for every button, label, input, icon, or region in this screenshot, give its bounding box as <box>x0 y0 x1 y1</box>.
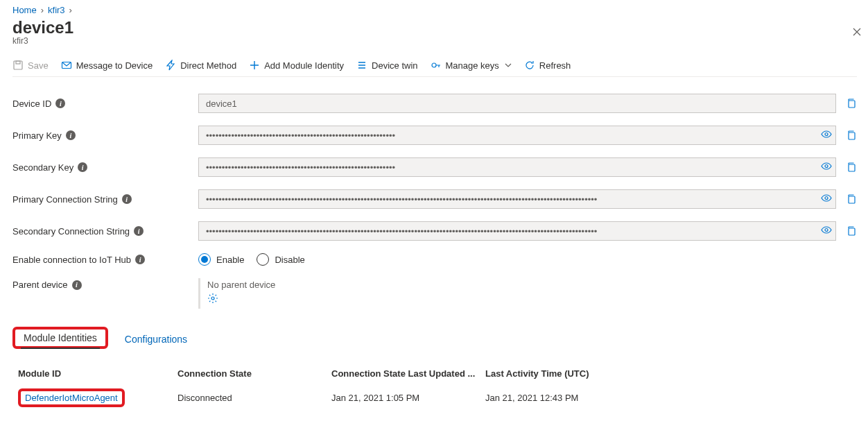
svg-point-12 <box>825 197 828 200</box>
primary-key-input[interactable] <box>198 126 836 145</box>
mail-icon <box>61 60 72 71</box>
page-title: device1 <box>12 18 73 37</box>
chevron-right-icon: › <box>41 5 44 15</box>
col-conn-updated: Connection State Last Updated ... <box>331 368 485 379</box>
svg-rect-11 <box>849 164 855 171</box>
breadcrumb: Home › kfir3 › <box>12 0 857 15</box>
secondary-cs-label: Secondary Connection String <box>12 226 130 237</box>
secondary-key-input[interactable] <box>198 157 836 177</box>
eye-icon[interactable] <box>821 225 832 238</box>
col-module-id: Module ID <box>18 368 177 379</box>
svg-point-14 <box>825 229 828 232</box>
info-icon[interactable]: i <box>66 130 76 140</box>
svg-rect-3 <box>14 61 22 69</box>
secondary-key-label: Secondary Key <box>12 162 73 173</box>
tabs: Module Identities Configurations <box>12 327 857 349</box>
add-module-identity-button[interactable]: Add Module Identity <box>249 60 344 71</box>
table-row: DefenderIotMicroAgent Disconnected Jan 2… <box>12 386 857 410</box>
eye-icon[interactable] <box>821 193 832 206</box>
copy-icon[interactable] <box>846 98 857 109</box>
copy-icon[interactable] <box>846 225 857 237</box>
device-twin-button[interactable]: Device twin <box>356 60 417 71</box>
chevron-down-icon <box>505 60 512 71</box>
save-icon <box>12 60 24 71</box>
svg-rect-9 <box>849 132 855 139</box>
lightning-icon <box>165 60 176 71</box>
primary-cs-label: Primary Connection String <box>12 194 118 205</box>
col-conn-state: Connection State <box>177 368 331 379</box>
manage-keys-button[interactable]: Manage keys <box>431 60 512 71</box>
message-to-device-button[interactable]: Message to Device <box>61 60 153 71</box>
info-icon[interactable]: i <box>134 226 144 236</box>
primary-key-label: Primary Key <box>12 130 62 141</box>
no-parent-text: No parent device <box>207 280 275 290</box>
svg-point-16 <box>211 297 214 300</box>
info-icon[interactable]: i <box>72 280 82 290</box>
close-icon[interactable] <box>851 26 862 40</box>
info-icon[interactable]: i <box>55 99 65 108</box>
tab-module-identities[interactable]: Module Identities <box>21 328 100 349</box>
module-id-link[interactable]: DefenderIotMicroAgent <box>25 393 118 403</box>
plus-icon <box>249 60 260 71</box>
list-icon <box>356 60 367 71</box>
tab-configurations[interactable]: Configurations <box>122 329 190 349</box>
svg-point-6 <box>432 63 436 67</box>
module-table-header: Module ID Connection State Connection St… <box>12 361 857 386</box>
refresh-icon <box>524 60 535 71</box>
copy-icon[interactable] <box>846 130 857 141</box>
disable-radio[interactable]: Disable <box>257 253 304 266</box>
cell-conn-state: Disconnected <box>177 393 331 403</box>
enable-radio[interactable]: Enable <box>198 253 244 266</box>
svg-point-8 <box>825 133 828 136</box>
breadcrumb-home[interactable]: Home <box>12 5 37 15</box>
svg-rect-4 <box>16 61 20 64</box>
secondary-cs-input[interactable] <box>198 221 836 241</box>
eye-icon[interactable] <box>821 129 832 142</box>
device-form: Device IDi Primary Keyi Secondary Keyi <box>12 94 857 309</box>
direct-method-button[interactable]: Direct Method <box>165 60 236 71</box>
toolbar: Save Message to Device Direct Method Add… <box>12 53 857 77</box>
copy-icon[interactable] <box>846 162 857 173</box>
highlight-module-identities: Module Identities <box>12 327 108 349</box>
info-icon[interactable]: i <box>122 194 132 204</box>
key-icon <box>431 60 442 71</box>
gear-icon[interactable] <box>207 293 218 304</box>
svg-rect-15 <box>849 228 855 235</box>
chevron-right-icon: › <box>69 5 72 15</box>
eye-icon[interactable] <box>821 161 832 174</box>
svg-point-10 <box>825 165 828 168</box>
device-id-input[interactable] <box>198 94 836 113</box>
save-button: Save <box>12 60 49 71</box>
enable-conn-label: Enable connection to IoT Hub <box>12 255 131 265</box>
col-last-activity: Last Activity Time (UTC) <box>485 368 851 379</box>
cell-conn-updated: Jan 21, 2021 1:05 PM <box>331 393 485 403</box>
primary-cs-input[interactable] <box>198 189 836 209</box>
svg-rect-7 <box>849 101 855 108</box>
copy-icon[interactable] <box>846 194 857 205</box>
svg-rect-13 <box>849 196 855 203</box>
refresh-button[interactable]: Refresh <box>524 60 571 71</box>
info-icon[interactable]: i <box>78 162 87 172</box>
cell-last-activity: Jan 21, 2021 12:43 PM <box>485 393 851 403</box>
page-subtitle: kfir3 <box>12 36 857 46</box>
title-row: device1 <box>12 18 857 37</box>
info-icon[interactable]: i <box>135 255 145 264</box>
parent-device-label: Parent device <box>12 280 68 290</box>
highlight-module-link: DefenderIotMicroAgent <box>18 388 125 407</box>
device-id-label: Device ID <box>12 99 51 109</box>
breadcrumb-hub[interactable]: kfir3 <box>48 5 65 15</box>
